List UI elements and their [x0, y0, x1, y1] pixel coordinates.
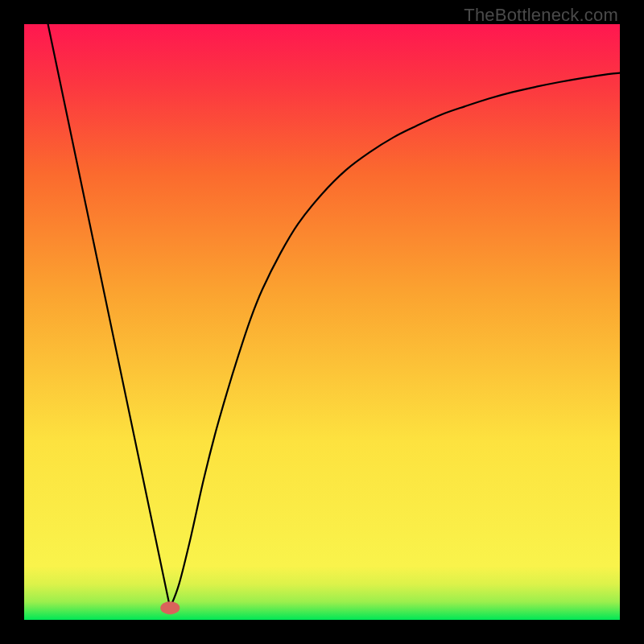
minimum-marker [160, 601, 180, 614]
plot-area [24, 24, 620, 620]
plot-svg [24, 24, 620, 620]
watermark-text: TheBottleneck.com [464, 5, 618, 26]
gradient-background [24, 24, 620, 620]
chart-frame: TheBottleneck.com [0, 0, 644, 644]
